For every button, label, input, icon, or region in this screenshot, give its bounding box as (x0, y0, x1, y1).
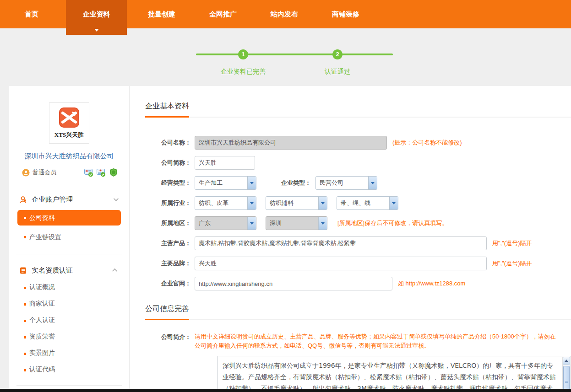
company-profile-textarea-wrap: 深圳兴天胜纺织品有限公司成立于1996年，是家专业生产粘扣带（又称魔术贴，VEL… (218, 356, 571, 392)
menu-section-certification-label: 实名资质认证 (32, 266, 114, 275)
section-basic-info: 企业基本资料 (145, 102, 571, 118)
company-profile-row: 公司简介： 请用中文详细说明贵司的成立历史、主营产品、品牌、服务等优势；如果内容… (145, 332, 571, 350)
sidebar-item-cert-code[interactable]: 认证代码 (17, 362, 121, 376)
nav-item-batch-create[interactable]: 批量创建 (141, 0, 182, 28)
bullet-icon (24, 320, 26, 322)
bullet-icon (24, 303, 26, 306)
dropdown-button-icon[interactable] (368, 177, 377, 189)
company-logo-icon (58, 107, 80, 129)
bullet-icon (24, 336, 26, 338)
section-basic-info-title: 企业基本资料 (145, 102, 189, 118)
certificate-doc-icon (19, 267, 27, 274)
sidebar-item-label: 实景图片 (29, 349, 55, 356)
dropdown-button-icon[interactable] (247, 197, 256, 209)
nav-item-network-promotion[interactable]: 全网推广 (203, 0, 243, 28)
chevron-down-icon (114, 196, 119, 201)
main-products-input[interactable] (195, 236, 487, 250)
company-type-select[interactable]: 民营公司 (315, 176, 377, 190)
menu-section-account[interactable]: 企业账户管理 (9, 193, 129, 206)
website-hint: 如 http://www.tz1288.com (398, 279, 465, 288)
sidebar-item-company-profile[interactable]: 公司资料 (17, 210, 121, 226)
step-1-circle: 1 (238, 49, 248, 59)
nav-item-home[interactable]: 首页 (18, 0, 45, 28)
sidebar-item-industry-chain[interactable]: 产业链设置 (17, 229, 121, 245)
company-profile-textarea[interactable]: 深圳兴天胜纺织品有限公司成立于1996年，是家专业生产粘扣带（又称魔术贴，VEL… (218, 356, 571, 392)
sidebar-item-qualification-honor[interactable]: 资质荣誉 (17, 329, 121, 343)
chevron-down-icon (94, 29, 99, 32)
company-name-input (195, 136, 387, 150)
region-row: 所属地区： 广东 深圳 [所属地区]保存后不可修改，请认真填写。 (145, 216, 571, 230)
type-row: 经营类型： 生产加工 企业类型： 民营公司 (145, 176, 571, 190)
company-type-label: 企业类型： (281, 179, 311, 187)
company-name-label: 公司名称： (145, 139, 191, 147)
region-hint: [所属地区]保存后不可修改，请认真填写。 (337, 219, 448, 227)
dropdown-button-icon[interactable] (247, 177, 256, 189)
company-logo: XTS兴天胜 (49, 102, 89, 144)
bullet-icon (24, 369, 26, 371)
sidebar-item-label: 资质荣誉 (29, 333, 55, 340)
sidebar-item-real-photos[interactable]: 实景图片 (17, 346, 121, 360)
nav-item-shop-decoration[interactable]: 商铺装修 (326, 0, 366, 28)
member-level-label: 普通会员 (33, 168, 56, 177)
member-row: 普通会员 (22, 168, 118, 177)
nav-item-company-info[interactable]: 企业资料 (66, 0, 127, 35)
content-area: 企业基本资料 公司名称： (提示：公司名称不能修改) 公司简称： 经营类型： 生… (130, 86, 571, 389)
industry-select-1[interactable]: 纺织、皮革 (195, 196, 256, 210)
personal-cert-icon[interactable] (84, 168, 93, 177)
business-cert-icon[interactable] (97, 168, 106, 177)
industry-value-2: 纺织辅料 (266, 197, 318, 209)
main-brand-hint: 用","(逗号)隔开 (492, 259, 532, 268)
section-company-info-title: 公司信息完善 (145, 304, 189, 320)
section-company-info: 公司信息完善 (145, 304, 571, 320)
stepper-line (196, 54, 393, 55)
main-panel: XTS兴天胜 深圳市兴天胜纺织品有限公司 普通会员 (9, 86, 571, 389)
sidebar: XTS兴天胜 深圳市兴天胜纺织品有限公司 普通会员 (9, 86, 130, 389)
website-row: 企业官网： 如 http://www.tz1288.com (145, 277, 571, 290)
top-navigation: 首页 企业资料 批量创建 全网推广 站内发布 商铺装修 (0, 0, 571, 28)
company-name-row: 公司名称： (提示：公司名称不能修改) (145, 136, 571, 150)
region-city-value: 深圳 (266, 217, 318, 230)
business-type-select[interactable]: 生产加工 (195, 176, 256, 190)
industry-select-2[interactable]: 纺织辅料 (266, 196, 327, 210)
sidebar-item-cert-overview[interactable]: 认证概况 (17, 280, 121, 294)
account-person-icon (19, 196, 27, 204)
region-select-city: 深圳 (266, 216, 327, 230)
shield-cert-icon[interactable] (109, 168, 118, 177)
region-label: 所属地区： (145, 219, 191, 227)
main-brand-label: 主要品牌： (145, 259, 191, 268)
sidebar-item-label: 认证代码 (29, 365, 55, 373)
sidebar-item-label: 产业链设置 (29, 233, 61, 241)
website-input[interactable] (195, 277, 392, 290)
scroll-up-icon[interactable] (563, 357, 570, 365)
progress-stepper: 1 2 企业资料已完善 认证通过 (196, 49, 393, 81)
industry-label: 所属行业： (145, 199, 191, 207)
main-brand-input[interactable] (195, 257, 487, 270)
dropdown-button-icon[interactable] (389, 197, 398, 209)
company-logo-text: XTS兴天胜 (49, 131, 89, 139)
basic-info-form: 公司名称： (提示：公司名称不能修改) 公司简称： 经营类型： 生产加工 企业类… (145, 136, 571, 290)
menu-section-certification[interactable]: 实名资质认证 (9, 263, 129, 277)
sidebar-item-merchant-cert[interactable]: 商家认证 (17, 296, 121, 310)
industry-row: 所属行业： 纺织、皮革 纺织辅料 带、绳、线 (145, 196, 571, 210)
menu-section-account-label: 企业账户管理 (32, 195, 114, 204)
company-name[interactable]: 深圳市兴天胜纺织品有限公司 (9, 152, 129, 161)
bullet-icon (24, 353, 26, 355)
step-2-label: 认证通过 (301, 68, 374, 76)
company-short-input[interactable] (195, 156, 255, 170)
step-1-label: 企业资料已完善 (207, 68, 280, 76)
textarea-scrollbar[interactable] (562, 357, 570, 392)
company-profile-note: 请用中文详细说明贵司的成立历史、主营产品、品牌、服务等优势；如果内容过于简单或仅… (195, 332, 561, 350)
sidebar-item-personal-cert[interactable]: 个人认证 (17, 313, 121, 327)
company-type-value: 民营公司 (316, 177, 368, 189)
region-select-province: 广东 (195, 216, 256, 230)
sidebar-item-label: 个人认证 (29, 316, 55, 323)
business-type-label: 经营类型： (145, 179, 191, 187)
dropdown-button-icon (318, 217, 327, 230)
nav-item-site-publish[interactable]: 站内发布 (264, 0, 305, 28)
company-short-row: 公司简称： (145, 156, 571, 170)
bottom-window-edge (0, 389, 571, 392)
scrollbar-thumb[interactable] (563, 366, 570, 392)
sidebar-item-label: 认证概况 (29, 283, 55, 290)
dropdown-button-icon[interactable] (318, 197, 327, 209)
industry-select-3[interactable]: 带、绳、线 (337, 196, 398, 210)
